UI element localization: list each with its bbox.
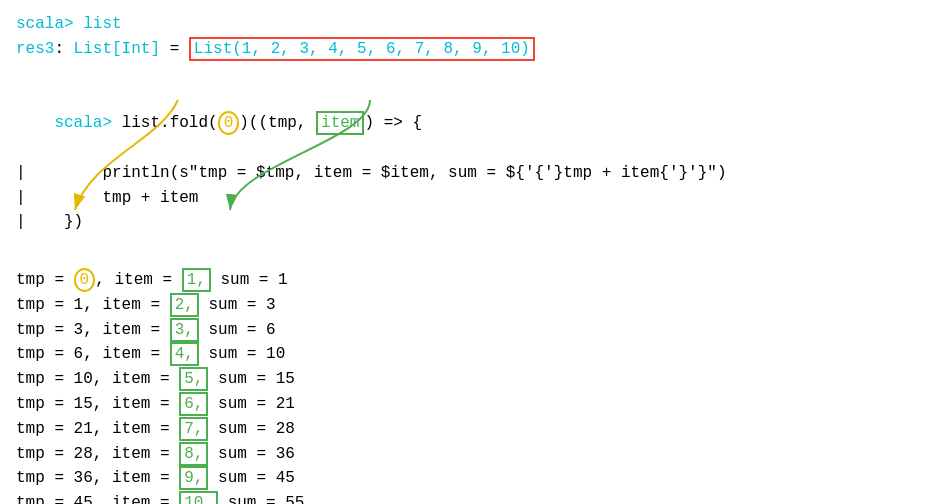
output-line-0: tmp = 0, item = 1, sum = 1 bbox=[16, 268, 911, 293]
line-res3: res3: List[Int] = List(1, 2, 3, 4, 5, 6,… bbox=[16, 37, 911, 62]
line-tmp-plus: | tmp + item bbox=[16, 186, 911, 211]
output-item-10: 10, bbox=[184, 494, 213, 504]
output-item-8-box: 8, bbox=[179, 442, 208, 466]
output-item-7-box: 7, bbox=[179, 417, 208, 441]
output-item-8: 8, bbox=[184, 445, 203, 463]
res3-value: List(1, 2, 3, 4, 5, 6, 7, 8, 9, 10) bbox=[194, 40, 530, 58]
output-line-5: tmp = 15, item = 6, sum = 21 bbox=[16, 392, 911, 417]
output-item-1: 1, bbox=[187, 271, 206, 289]
res3-colon: : bbox=[54, 40, 73, 58]
output-line-2: tmp = 3, item = 3, sum = 6 bbox=[16, 318, 911, 343]
res3-value-box: List(1, 2, 3, 4, 5, 6, 7, 8, 9, 10) bbox=[189, 37, 535, 61]
output-item-1-box: 1, bbox=[182, 268, 211, 292]
output-line-6: tmp = 21, item = 7, sum = 28 bbox=[16, 417, 911, 442]
res3-type: List[Int] bbox=[74, 40, 160, 58]
output-item-9-box: 9, bbox=[179, 466, 208, 490]
line-println: | println(s"tmp = $tmp, item = $item, su… bbox=[16, 161, 911, 186]
item-keyword: item bbox=[321, 114, 359, 132]
pipe1: | bbox=[16, 164, 26, 182]
prompt2: scala> bbox=[54, 114, 121, 132]
res3-label: res3 bbox=[16, 40, 54, 58]
blank-line-2 bbox=[16, 235, 911, 260]
fold-middle: )((tmp, bbox=[239, 114, 316, 132]
output-line-7: tmp = 28, item = 8, sum = 36 bbox=[16, 442, 911, 467]
code-block: scala> list res3: List[Int] = List(1, 2,… bbox=[16, 12, 911, 504]
output-item-9: 9, bbox=[184, 469, 203, 487]
tmp-plus-content: tmp + item bbox=[26, 189, 199, 207]
output-item-3-box: 3, bbox=[170, 318, 199, 342]
output-zero-box: 0 bbox=[74, 268, 96, 292]
output-item-4-box: 4, bbox=[170, 342, 199, 366]
item-highlight: item bbox=[316, 111, 364, 135]
blank-line-1 bbox=[16, 62, 911, 87]
close-bracket: }) bbox=[26, 213, 84, 231]
output-line-3: tmp = 6, item = 4, sum = 10 bbox=[16, 342, 911, 367]
pipe3: | bbox=[16, 213, 26, 231]
fold-after: ) => { bbox=[364, 114, 422, 132]
zero-value: 0 bbox=[224, 114, 234, 132]
output-item-2-box: 2, bbox=[170, 293, 199, 317]
output-item-10-box: 10, bbox=[179, 491, 218, 504]
line-close: | }) bbox=[16, 210, 911, 235]
output-section: tmp = 0, item = 1, sum = 1 tmp = 1, item… bbox=[16, 268, 911, 504]
zero-highlight: 0 bbox=[218, 111, 240, 135]
output-item-3: 3, bbox=[175, 321, 194, 339]
output-item-5: 5, bbox=[184, 370, 203, 388]
line-fold: scala> list.fold(0)((tmp, item) => { bbox=[16, 86, 911, 160]
output-item-4: 4, bbox=[175, 345, 194, 363]
fold-before: list.fold( bbox=[122, 114, 218, 132]
output-item-2: 2, bbox=[175, 296, 194, 314]
output-item-7: 7, bbox=[184, 420, 203, 438]
output-item-6: 6, bbox=[184, 395, 203, 413]
pipe2: | bbox=[16, 189, 26, 207]
output-zero: 0 bbox=[80, 271, 90, 289]
output-line-9: tmp = 45, item = 10, sum = 55 bbox=[16, 491, 911, 504]
output-line-4: tmp = 10, item = 5, sum = 15 bbox=[16, 367, 911, 392]
output-line-8: tmp = 36, item = 9, sum = 45 bbox=[16, 466, 911, 491]
res3-equals: = bbox=[160, 40, 189, 58]
output-item-6-box: 6, bbox=[179, 392, 208, 416]
output-line-1: tmp = 1, item = 2, sum = 3 bbox=[16, 293, 911, 318]
output-item-5-box: 5, bbox=[179, 367, 208, 391]
line-list: scala> list bbox=[16, 12, 911, 37]
prompt1: scala> list bbox=[16, 15, 122, 33]
println-content: println(s"tmp = $tmp, item = $item, sum … bbox=[26, 164, 727, 182]
